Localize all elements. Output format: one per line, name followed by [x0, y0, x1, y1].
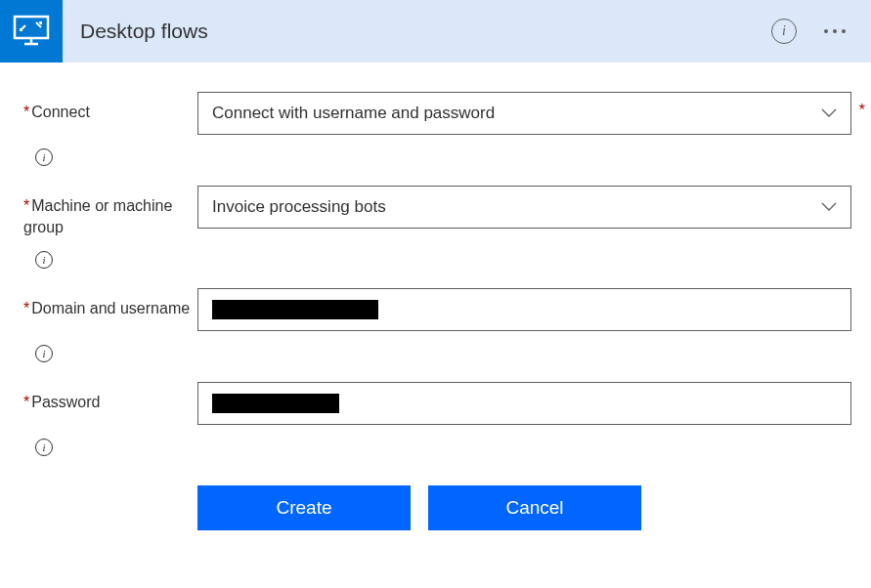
machine-value: Invoice processing bots	[212, 197, 386, 217]
info-icon[interactable]: i	[771, 19, 797, 44]
password-row: *Password	[23, 382, 851, 425]
cancel-button[interactable]: Cancel	[428, 485, 641, 530]
chevron-down-icon	[821, 202, 837, 212]
header-bar: Desktop flows i	[0, 0, 871, 63]
domain-input[interactable]	[197, 288, 851, 331]
required-marker: *	[23, 300, 29, 316]
svg-rect-0	[15, 17, 48, 38]
required-marker: *	[23, 197, 29, 214]
domain-label: *Domain and username	[23, 288, 197, 319]
more-icon[interactable]	[818, 23, 851, 39]
chevron-down-icon	[821, 108, 837, 118]
machine-select[interactable]: Invoice processing bots	[197, 186, 851, 229]
form-area: *Connect Connect with username and passw…	[0, 63, 871, 530]
connect-info-icon[interactable]: i	[35, 148, 53, 166]
required-marker: *	[859, 102, 865, 119]
connect-select[interactable]: Connect with username and password	[197, 92, 851, 135]
password-input[interactable]	[197, 382, 851, 425]
domain-row: *Domain and username	[23, 288, 851, 331]
machine-label: *Machine or machine group	[23, 186, 197, 237]
header-title: Desktop flows	[80, 20, 208, 43]
desktop-icon	[13, 15, 50, 48]
required-marker: *	[23, 104, 29, 120]
app-icon-box	[0, 0, 63, 63]
required-marker: *	[23, 394, 29, 410]
header-actions: i	[771, 0, 851, 63]
connect-value: Connect with username and password	[212, 104, 495, 123]
connect-label: *Connect	[23, 92, 197, 123]
machine-info-icon[interactable]: i	[35, 251, 53, 269]
domain-info-icon[interactable]: i	[35, 345, 53, 362]
connect-row: *Connect Connect with username and passw…	[23, 92, 851, 135]
password-info-icon[interactable]: i	[35, 439, 53, 456]
redacted-value	[212, 394, 339, 413]
button-row: Create Cancel	[197, 485, 851, 530]
password-label: *Password	[23, 382, 197, 413]
machine-row: *Machine or machine group Invoice proces…	[23, 186, 851, 237]
create-button[interactable]: Create	[197, 485, 411, 530]
redacted-value	[212, 300, 378, 319]
